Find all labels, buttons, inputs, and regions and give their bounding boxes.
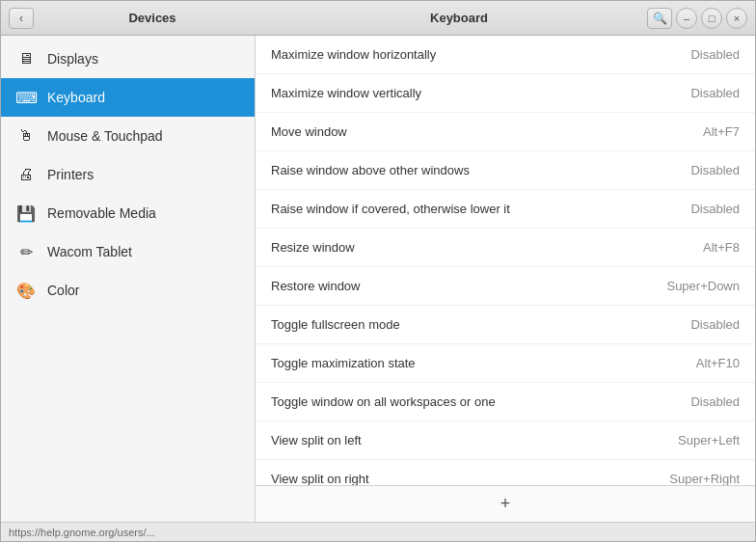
shortcut-name: Raise window above other windows [271,163,624,177]
shortcut-row[interactable]: Toggle fullscreen modeDisabled [256,306,755,344]
shortcut-row[interactable]: Raise window above other windowsDisabled [256,151,755,190]
titlebar: ‹ Devices Keyboard 🔍 – □ × [1,1,755,36]
shortcut-row[interactable]: View split on rightSuper+Right [256,460,755,485]
shortcut-row[interactable]: Resize windowAlt+F8 [256,229,755,267]
search-button[interactable]: 🔍 [647,8,672,29]
sidebar-item-printers[interactable]: 🖨Printers [1,155,255,194]
shortcut-name: Resize window [271,240,624,255]
wacom-tablet-icon: ✏ [16,242,36,261]
shortcut-binding: Disabled [624,163,740,177]
titlebar-left: ‹ Devices [9,8,263,29]
removable-media-icon: 💾 [16,203,36,223]
shortcut-row[interactable]: Maximize window verticallyDisabled [256,74,755,113]
shortcut-name: Toggle fullscreen mode [271,317,624,332]
minimize-button[interactable]: – [676,8,697,29]
add-shortcut-bar[interactable]: + [256,485,755,522]
maximize-button[interactable]: □ [701,8,722,29]
back-button[interactable]: ‹ [9,8,34,29]
printers-label: Printers [47,167,94,182]
sidebar-item-wacom-tablet[interactable]: ✏Wacom Tablet [1,232,255,271]
close-button[interactable]: × [726,8,747,29]
shortcut-row[interactable]: View split on leftSuper+Left [256,421,755,460]
shortcut-name: Toggle window on all workspaces or one [271,394,624,409]
shortcut-row[interactable]: Toggle window on all workspaces or oneDi… [256,383,755,421]
status-bar: https://help.gnome.org/users/... [1,522,755,541]
shortcut-binding: Alt+F7 [624,124,740,139]
sidebar: 🖥Displays⌨Keyboard🖱Mouse & Touchpad🖨Prin… [1,36,256,522]
keyboard-icon: ⌨ [16,88,36,107]
displays-label: Displays [47,51,98,67]
shortcut-name: Maximize window vertically [271,86,624,100]
color-icon: 🎨 [16,281,36,300]
shortcuts-list: Maximize window horizontallyDisabledMaxi… [256,36,755,485]
mouse-touchpad-icon: 🖱 [16,126,36,146]
shortcut-name: Restore window [271,279,624,293]
content: 🖥Displays⌨Keyboard🖱Mouse & Touchpad🖨Prin… [1,36,755,522]
color-label: Color [47,283,79,298]
sidebar-item-displays[interactable]: 🖥Displays [1,40,255,78]
section-title: Devices [41,11,263,25]
main-window: ‹ Devices Keyboard 🔍 – □ × 🖥Displays⌨Key… [0,0,756,542]
add-icon: + [500,494,511,514]
status-text: https://help.gnome.org/users/... [9,527,155,538]
shortcut-name: Toggle maximization state [271,356,624,370]
shortcut-binding: Super+Down [624,279,740,293]
shortcut-row[interactable]: Toggle maximization stateAlt+F10 [256,344,755,383]
shortcut-row[interactable]: Restore windowSuper+Down [256,267,755,306]
printers-icon: 🖨 [16,165,36,184]
titlebar-right: Keyboard 🔍 – □ × [271,8,747,29]
shortcut-name: View split on left [271,433,624,447]
shortcut-name: Maximize window horizontally [271,47,624,62]
sidebar-item-removable-media[interactable]: 💾Removable Media [1,194,255,232]
shortcut-binding: Disabled [624,317,740,332]
removable-media-label: Removable Media [47,205,156,221]
panel-title: Keyboard [271,11,647,25]
shortcut-binding: Disabled [624,86,740,100]
shortcut-binding: Disabled [624,394,740,409]
window-controls: 🔍 – □ × [647,8,747,29]
sidebar-item-mouse-touchpad[interactable]: 🖱Mouse & Touchpad [1,117,255,155]
shortcut-binding: Disabled [624,47,740,62]
shortcut-row[interactable]: Move windowAlt+F7 [256,113,755,151]
wacom-tablet-label: Wacom Tablet [47,244,132,259]
sidebar-item-keyboard[interactable]: ⌨Keyboard [1,78,255,117]
shortcut-binding: Alt+F8 [624,240,740,255]
sidebar-item-color[interactable]: 🎨Color [1,271,255,310]
shortcut-name: View split on right [271,472,624,485]
shortcut-binding: Super+Right [624,472,740,485]
shortcut-row[interactable]: Raise window if covered, otherwise lower… [256,190,755,229]
shortcut-name: Raise window if covered, otherwise lower… [271,202,624,216]
displays-icon: 🖥 [16,49,36,68]
mouse-touchpad-label: Mouse & Touchpad [47,128,163,144]
shortcut-binding: Disabled [624,202,740,216]
main-panel: Maximize window horizontallyDisabledMaxi… [256,36,755,522]
shortcut-name: Move window [271,124,624,139]
shortcut-row[interactable]: Maximize window horizontallyDisabled [256,36,755,74]
keyboard-label: Keyboard [47,90,105,105]
shortcut-binding: Super+Left [624,433,740,447]
shortcut-binding: Alt+F10 [624,356,740,370]
